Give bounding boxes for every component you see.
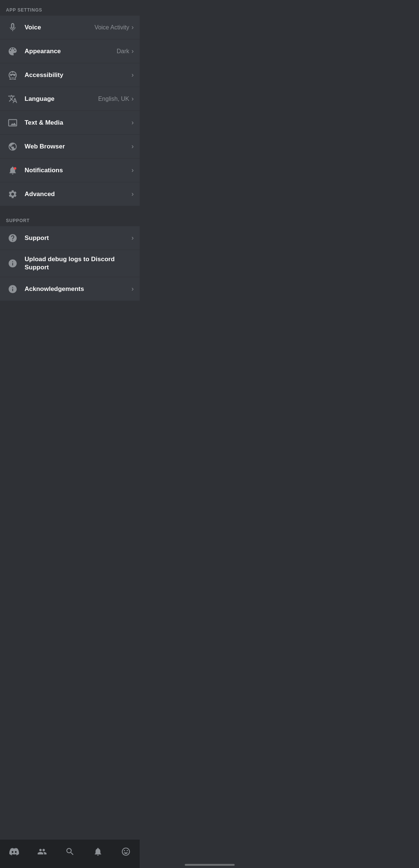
support-icon-container: [6, 231, 19, 245]
text-media-right: ›: [131, 119, 134, 126]
language-chevron: ›: [131, 95, 134, 103]
acknowledgements-chevron: ›: [131, 285, 134, 293]
text-media-item-content: Text & Media ›: [25, 119, 134, 126]
notifications-icon-container: [6, 164, 19, 177]
language-item-content: Language English, UK ›: [25, 95, 134, 103]
debug-logs-label: Upload debug logs to Discord Support: [25, 255, 134, 272]
advanced-icon-container: [6, 188, 19, 201]
accessibility-icon: [8, 70, 18, 80]
text-media-label: Text & Media: [25, 119, 63, 126]
voice-right: Voice Activity ›: [95, 23, 134, 31]
nav-item-friends[interactable]: [31, 843, 53, 862]
voice-icon-container: [6, 21, 19, 34]
page-content: APP SETTINGS Voice Voice Activity ›: [0, 0, 140, 331]
voice-item-content: Voice Voice Activity ›: [25, 23, 134, 31]
text-media-chevron: ›: [131, 119, 134, 126]
support-right: ›: [131, 234, 134, 242]
acknowledgements-label: Acknowledgements: [25, 285, 84, 293]
nav-item-profile[interactable]: [115, 843, 137, 862]
appearance-right: Dark ›: [117, 47, 134, 55]
voice-value: Voice Activity: [95, 24, 129, 31]
debug-logs-icon-container: [6, 257, 19, 270]
acknowledgements-item-content: Acknowledgements ›: [25, 285, 134, 293]
settings-item-text-media[interactable]: Text & Media ›: [0, 111, 140, 135]
gear-icon: [8, 189, 18, 199]
appearance-value: Dark: [117, 48, 129, 55]
debug-logs-item-content: Upload debug logs to Discord Support: [25, 255, 134, 272]
settings-item-voice[interactable]: Voice Voice Activity ›: [0, 16, 140, 39]
accessibility-icon-container: [6, 68, 19, 82]
support-item-content: Support ›: [25, 234, 134, 242]
appearance-item-content: Appearance Dark ›: [25, 47, 134, 55]
voice-label: Voice: [25, 24, 41, 31]
web-browser-icon-container: [6, 140, 19, 153]
support-header: SUPPORT: [0, 211, 140, 226]
advanced-right: ›: [131, 190, 134, 198]
advanced-item-content: Advanced ›: [25, 190, 134, 198]
settings-item-debug-logs[interactable]: Upload debug logs to Discord Support: [0, 250, 140, 277]
nav-bell-icon: [93, 847, 103, 858]
question-icon: [8, 233, 18, 243]
microphone-icon: [8, 23, 18, 32]
globe-icon: [8, 142, 18, 151]
settings-item-acknowledgements[interactable]: Acknowledgements ›: [0, 277, 140, 301]
web-browser-item-content: Web Browser ›: [25, 142, 134, 150]
voice-chevron: ›: [131, 23, 134, 31]
support-chevron: ›: [131, 234, 134, 242]
support-section: SUPPORT Support ›: [0, 211, 140, 301]
language-label: Language: [25, 95, 54, 103]
text-media-icon-container: [6, 116, 19, 129]
discord-icon: [9, 847, 19, 858]
app-settings-header: APP SETTINGS: [0, 0, 140, 16]
settings-item-language[interactable]: Language English, UK ›: [0, 87, 140, 111]
info-icon: [8, 284, 18, 294]
appearance-chevron: ›: [131, 47, 134, 55]
notifications-label: Notifications: [25, 167, 63, 174]
accessibility-right: ›: [131, 71, 134, 79]
app-settings-list: Voice Voice Activity › Appearance Dark ›: [0, 16, 140, 206]
acknowledgements-right: ›: [131, 285, 134, 293]
settings-item-advanced[interactable]: Advanced ›: [0, 182, 140, 206]
web-browser-label: Web Browser: [25, 143, 65, 150]
image-icon: [8, 118, 18, 128]
language-icon: [8, 94, 18, 104]
accessibility-item-content: Accessibility ›: [25, 71, 134, 79]
palette-icon: [8, 47, 18, 56]
web-browser-chevron: ›: [131, 142, 134, 150]
bottom-navigation: [0, 840, 140, 868]
language-icon-container: [6, 92, 19, 106]
search-icon: [65, 847, 75, 858]
friends-icon: [37, 847, 47, 858]
settings-item-support[interactable]: Support ›: [0, 226, 140, 250]
web-browser-right: ›: [131, 142, 134, 150]
settings-item-web-browser[interactable]: Web Browser ›: [0, 135, 140, 158]
appearance-label: Appearance: [25, 48, 61, 55]
svg-point-1: [14, 167, 16, 170]
language-right: English, UK ›: [98, 95, 134, 103]
accessibility-label: Accessibility: [25, 71, 63, 79]
settings-item-appearance[interactable]: Appearance Dark ›: [0, 39, 140, 63]
settings-item-notifications[interactable]: Notifications ›: [0, 158, 140, 182]
notifications-right: ›: [131, 166, 134, 174]
info-circle-icon: [8, 259, 18, 268]
support-list: Support › Upload debug logs to Discord S…: [0, 226, 140, 301]
settings-item-accessibility[interactable]: Accessibility ›: [0, 63, 140, 87]
bell-alert-icon: [8, 166, 18, 175]
nav-item-search[interactable]: [59, 843, 81, 862]
acknowledgements-icon-container: [6, 282, 19, 296]
language-value: English, UK: [98, 96, 129, 102]
notifications-item-content: Notifications ›: [25, 166, 134, 174]
advanced-chevron: ›: [131, 190, 134, 198]
nav-item-notifications[interactable]: [87, 843, 109, 862]
nav-item-home[interactable]: [3, 843, 25, 862]
accessibility-chevron: ›: [131, 71, 134, 79]
smiley-icon: [121, 847, 131, 858]
notifications-chevron: ›: [131, 166, 134, 174]
appearance-icon-container: [6, 45, 19, 58]
advanced-label: Advanced: [25, 190, 55, 198]
support-label: Support: [25, 234, 49, 242]
